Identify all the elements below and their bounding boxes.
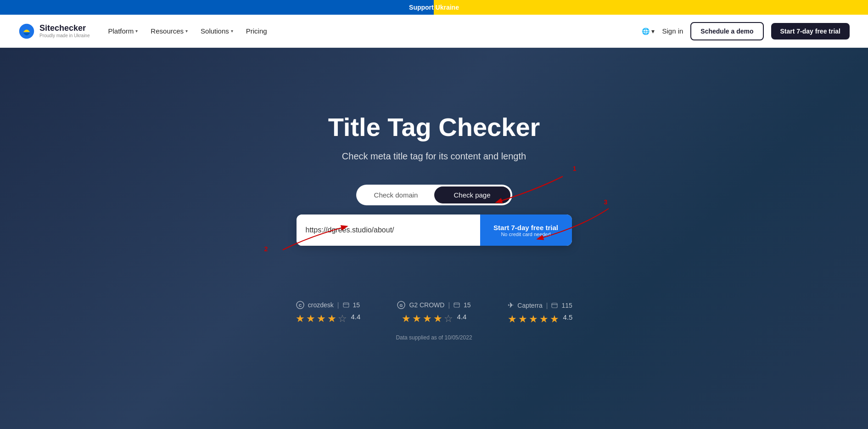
nav-solutions[interactable]: Solutions ▾ [201,27,233,35]
globe-icon: 🌐 [642,28,650,35]
start-trial-button[interactable]: Start 7-day free trial No credit card ne… [480,214,572,246]
annotation-2: 2 [264,245,268,253]
capterra-header: ✈ Capterra | 115 [508,301,572,310]
chevron-down-icon: ▾ [185,28,188,34]
logo-name: Sitechecker [39,24,90,33]
svg-rect-6 [343,303,349,307]
rating-crozdesk: C crozdesk | 15 ★ ★ ★ ★ ☆ 4.4 [296,301,361,325]
nav-platform[interactable]: Platform ▾ [108,27,138,35]
data-supplied-text: Data supplied as of 10/05/2022 [396,334,472,341]
nav-resources[interactable]: Resources ▾ [151,27,188,35]
svg-rect-12 [552,303,557,308]
search-container: Start 7-day free trial No credit card ne… [297,214,572,246]
hero-title: Title Tag Checker [328,112,540,142]
svg-text:G: G [400,303,403,308]
svg-rect-10 [454,303,459,307]
g2crowd-stars: ★ ★ ★ ★ ☆ 4.4 [402,313,467,325]
cta-sub-text: No credit card needed [501,231,550,237]
language-button[interactable]: 🌐 ▾ [642,28,655,35]
chevron-down-icon: ▾ [135,28,138,34]
svg-text:C: C [299,303,302,308]
rating-capterra: ✈ Capterra | 115 ★ ★ ★ ★ ★ 4.5 [508,301,573,325]
support-bar-text: Support Ukraine [409,4,459,11]
header-right: 🌐 ▾ Sign in Schedule a demo Start 7-day … [642,22,850,40]
capterra-score: 4.5 [563,313,573,325]
nav-pricing[interactable]: Pricing [246,27,267,35]
signin-button[interactable]: Sign in [662,27,683,35]
g2crowd-header: G G2 CROWD | 15 [397,301,470,309]
rating-g2crowd: G G2 CROWD | 15 ★ ★ ★ ★ ☆ 4.4 [397,301,470,325]
annotation-3: 3 [604,198,608,206]
g2crowd-reviews: 15 [464,301,471,309]
g2crowd-score: 4.4 [457,313,467,325]
logo-icon [18,23,35,40]
capterra-stars: ★ ★ ★ ★ ★ 4.5 [508,313,573,325]
review-icon-2 [454,302,460,308]
main-nav: Platform ▾ Resources ▾ Solutions ▾ Prici… [108,27,642,35]
trial-button-header[interactable]: Start 7-day free trial [771,23,850,40]
g2crowd-icon: G [397,301,405,309]
demo-button[interactable]: Schedule a demo [690,22,763,40]
g2crowd-label: G2 CROWD [409,301,444,309]
review-icon-1 [343,302,349,308]
crozdesk-stars: ★ ★ ★ ★ ☆ 4.4 [296,313,361,325]
tab-check-page[interactable]: Check page [434,186,510,203]
logo-link[interactable]: Sitechecker Proudly made in Ukraine [18,23,90,40]
review-icon-3 [551,302,558,309]
logo-tagline: Proudly made in Ukraine [39,33,90,38]
chevron-down-icon: ▾ [231,28,233,34]
header: Sitechecker Proudly made in Ukraine Plat… [0,15,868,48]
logo-text: Sitechecker Proudly made in Ukraine [39,24,90,38]
crozdesk-icon: C [296,301,304,309]
tab-toggle: Check domain Check page [356,185,512,205]
annotation-1: 1 [573,165,577,172]
chevron-down-icon: ▾ [651,28,655,35]
capterra-icon: ✈ [508,301,514,310]
hero-section: Title Tag Checker Check meta title tag f… [0,48,868,429]
support-bar: Support Ukraine [0,0,868,15]
url-input[interactable] [297,214,480,246]
tab-check-domain[interactable]: Check domain [358,186,434,203]
crozdesk-reviews: 15 [353,301,360,309]
crozdesk-score: 4.4 [351,313,361,325]
crozdesk-label: crozdesk [308,301,334,309]
cta-main-text: Start 7-day free trial [493,224,558,231]
hero-subtitle: Check meta title tag for its content and… [342,151,526,162]
ratings-section: C crozdesk | 15 ★ ★ ★ ★ ☆ 4.4 [296,301,573,325]
crozdesk-header: C crozdesk | 15 [296,301,360,309]
capterra-reviews: 115 [561,302,572,309]
capterra-label: Capterra [517,302,542,309]
